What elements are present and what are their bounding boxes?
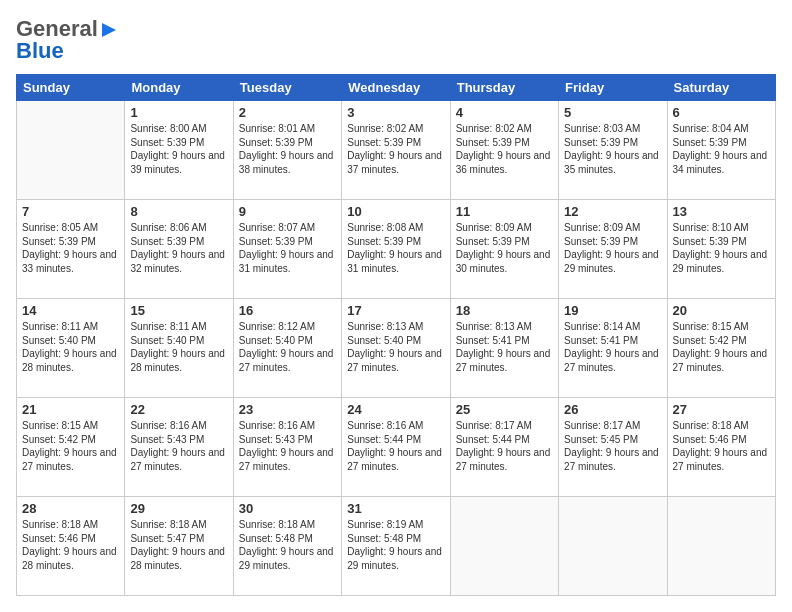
calendar-cell: 29Sunrise: 8:18 AM Sunset: 5:47 PM Dayli… <box>125 497 233 596</box>
cell-info: Sunrise: 8:13 AM Sunset: 5:41 PM Dayligh… <box>456 320 553 374</box>
day-number: 24 <box>347 402 444 417</box>
day-number: 15 <box>130 303 227 318</box>
day-number: 16 <box>239 303 336 318</box>
day-number: 21 <box>22 402 119 417</box>
calendar-cell: 6Sunrise: 8:04 AM Sunset: 5:39 PM Daylig… <box>667 101 775 200</box>
calendar-cell: 10Sunrise: 8:08 AM Sunset: 5:39 PM Dayli… <box>342 200 450 299</box>
cell-info: Sunrise: 8:16 AM Sunset: 5:43 PM Dayligh… <box>239 419 336 473</box>
cell-info: Sunrise: 8:09 AM Sunset: 5:39 PM Dayligh… <box>564 221 661 275</box>
calendar-cell: 27Sunrise: 8:18 AM Sunset: 5:46 PM Dayli… <box>667 398 775 497</box>
calendar-cell: 8Sunrise: 8:06 AM Sunset: 5:39 PM Daylig… <box>125 200 233 299</box>
day-number: 30 <box>239 501 336 516</box>
calendar-cell: 31Sunrise: 8:19 AM Sunset: 5:48 PM Dayli… <box>342 497 450 596</box>
day-number: 7 <box>22 204 119 219</box>
cell-info: Sunrise: 8:12 AM Sunset: 5:40 PM Dayligh… <box>239 320 336 374</box>
calendar-cell: 24Sunrise: 8:16 AM Sunset: 5:44 PM Dayli… <box>342 398 450 497</box>
cell-info: Sunrise: 8:06 AM Sunset: 5:39 PM Dayligh… <box>130 221 227 275</box>
day-number: 26 <box>564 402 661 417</box>
day-header-thursday: Thursday <box>450 75 558 101</box>
logo-arrow-icon <box>100 21 118 39</box>
day-number: 13 <box>673 204 770 219</box>
cell-info: Sunrise: 8:18 AM Sunset: 5:48 PM Dayligh… <box>239 518 336 572</box>
cell-info: Sunrise: 8:17 AM Sunset: 5:45 PM Dayligh… <box>564 419 661 473</box>
calendar-cell: 16Sunrise: 8:12 AM Sunset: 5:40 PM Dayli… <box>233 299 341 398</box>
cell-info: Sunrise: 8:17 AM Sunset: 5:44 PM Dayligh… <box>456 419 553 473</box>
cell-info: Sunrise: 8:16 AM Sunset: 5:44 PM Dayligh… <box>347 419 444 473</box>
day-header-tuesday: Tuesday <box>233 75 341 101</box>
logo-blue: Blue <box>16 38 64 64</box>
cell-info: Sunrise: 8:16 AM Sunset: 5:43 PM Dayligh… <box>130 419 227 473</box>
calendar-cell: 17Sunrise: 8:13 AM Sunset: 5:40 PM Dayli… <box>342 299 450 398</box>
cell-info: Sunrise: 8:15 AM Sunset: 5:42 PM Dayligh… <box>673 320 770 374</box>
day-header-friday: Friday <box>559 75 667 101</box>
calendar-cell: 20Sunrise: 8:15 AM Sunset: 5:42 PM Dayli… <box>667 299 775 398</box>
day-number: 31 <box>347 501 444 516</box>
calendar-cell: 11Sunrise: 8:09 AM Sunset: 5:39 PM Dayli… <box>450 200 558 299</box>
day-number: 3 <box>347 105 444 120</box>
svg-marker-0 <box>102 23 116 37</box>
calendar-cell: 14Sunrise: 8:11 AM Sunset: 5:40 PM Dayli… <box>17 299 125 398</box>
calendar-table: SundayMondayTuesdayWednesdayThursdayFrid… <box>16 74 776 596</box>
cell-info: Sunrise: 8:07 AM Sunset: 5:39 PM Dayligh… <box>239 221 336 275</box>
calendar-cell <box>17 101 125 200</box>
day-number: 23 <box>239 402 336 417</box>
day-number: 5 <box>564 105 661 120</box>
day-number: 28 <box>22 501 119 516</box>
cell-info: Sunrise: 8:02 AM Sunset: 5:39 PM Dayligh… <box>456 122 553 176</box>
page: General Blue SundayMondayTuesdayWednesda… <box>0 0 792 612</box>
cell-info: Sunrise: 8:19 AM Sunset: 5:48 PM Dayligh… <box>347 518 444 572</box>
cell-info: Sunrise: 8:18 AM Sunset: 5:46 PM Dayligh… <box>22 518 119 572</box>
cell-info: Sunrise: 8:09 AM Sunset: 5:39 PM Dayligh… <box>456 221 553 275</box>
calendar-cell: 18Sunrise: 8:13 AM Sunset: 5:41 PM Dayli… <box>450 299 558 398</box>
day-number: 1 <box>130 105 227 120</box>
day-number: 19 <box>564 303 661 318</box>
day-header-monday: Monday <box>125 75 233 101</box>
day-number: 6 <box>673 105 770 120</box>
calendar-week-row: 28Sunrise: 8:18 AM Sunset: 5:46 PM Dayli… <box>17 497 776 596</box>
day-number: 27 <box>673 402 770 417</box>
day-header-sunday: Sunday <box>17 75 125 101</box>
calendar-cell: 22Sunrise: 8:16 AM Sunset: 5:43 PM Dayli… <box>125 398 233 497</box>
day-number: 29 <box>130 501 227 516</box>
logo: General Blue <box>16 16 118 64</box>
calendar-cell: 9Sunrise: 8:07 AM Sunset: 5:39 PM Daylig… <box>233 200 341 299</box>
day-header-wednesday: Wednesday <box>342 75 450 101</box>
calendar-cell: 15Sunrise: 8:11 AM Sunset: 5:40 PM Dayli… <box>125 299 233 398</box>
calendar-cell: 7Sunrise: 8:05 AM Sunset: 5:39 PM Daylig… <box>17 200 125 299</box>
cell-info: Sunrise: 8:18 AM Sunset: 5:46 PM Dayligh… <box>673 419 770 473</box>
cell-info: Sunrise: 8:10 AM Sunset: 5:39 PM Dayligh… <box>673 221 770 275</box>
calendar-week-row: 14Sunrise: 8:11 AM Sunset: 5:40 PM Dayli… <box>17 299 776 398</box>
day-number: 14 <box>22 303 119 318</box>
calendar-cell <box>450 497 558 596</box>
calendar-header-row: SundayMondayTuesdayWednesdayThursdayFrid… <box>17 75 776 101</box>
calendar-cell: 28Sunrise: 8:18 AM Sunset: 5:46 PM Dayli… <box>17 497 125 596</box>
day-header-saturday: Saturday <box>667 75 775 101</box>
cell-info: Sunrise: 8:01 AM Sunset: 5:39 PM Dayligh… <box>239 122 336 176</box>
cell-info: Sunrise: 8:11 AM Sunset: 5:40 PM Dayligh… <box>22 320 119 374</box>
calendar-cell: 13Sunrise: 8:10 AM Sunset: 5:39 PM Dayli… <box>667 200 775 299</box>
calendar-cell: 30Sunrise: 8:18 AM Sunset: 5:48 PM Dayli… <box>233 497 341 596</box>
cell-info: Sunrise: 8:05 AM Sunset: 5:39 PM Dayligh… <box>22 221 119 275</box>
day-number: 25 <box>456 402 553 417</box>
day-number: 20 <box>673 303 770 318</box>
calendar-cell: 3Sunrise: 8:02 AM Sunset: 5:39 PM Daylig… <box>342 101 450 200</box>
day-number: 2 <box>239 105 336 120</box>
cell-info: Sunrise: 8:03 AM Sunset: 5:39 PM Dayligh… <box>564 122 661 176</box>
cell-info: Sunrise: 8:13 AM Sunset: 5:40 PM Dayligh… <box>347 320 444 374</box>
calendar-cell <box>559 497 667 596</box>
calendar-week-row: 1Sunrise: 8:00 AM Sunset: 5:39 PM Daylig… <box>17 101 776 200</box>
calendar-cell: 5Sunrise: 8:03 AM Sunset: 5:39 PM Daylig… <box>559 101 667 200</box>
cell-info: Sunrise: 8:02 AM Sunset: 5:39 PM Dayligh… <box>347 122 444 176</box>
day-number: 22 <box>130 402 227 417</box>
header: General Blue <box>16 16 776 64</box>
day-number: 18 <box>456 303 553 318</box>
cell-info: Sunrise: 8:08 AM Sunset: 5:39 PM Dayligh… <box>347 221 444 275</box>
calendar-cell: 21Sunrise: 8:15 AM Sunset: 5:42 PM Dayli… <box>17 398 125 497</box>
calendar-cell: 25Sunrise: 8:17 AM Sunset: 5:44 PM Dayli… <box>450 398 558 497</box>
calendar-cell: 2Sunrise: 8:01 AM Sunset: 5:39 PM Daylig… <box>233 101 341 200</box>
day-number: 11 <box>456 204 553 219</box>
day-number: 8 <box>130 204 227 219</box>
calendar-cell: 1Sunrise: 8:00 AM Sunset: 5:39 PM Daylig… <box>125 101 233 200</box>
day-number: 9 <box>239 204 336 219</box>
calendar-cell <box>667 497 775 596</box>
